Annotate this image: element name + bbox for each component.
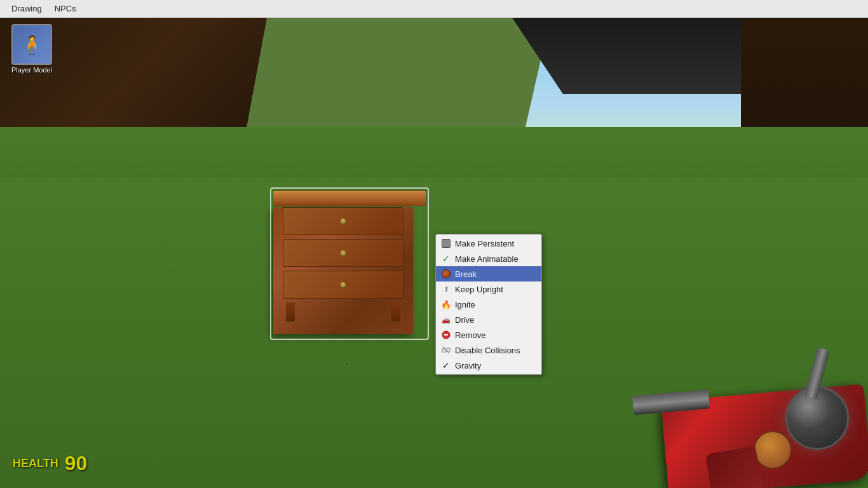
ctx-label-make-persistent: Make Persistent: [455, 239, 514, 248]
ctx-item-disable-collisions[interactable]: Disable Collisions: [436, 342, 541, 358]
ctx-item-make-animatable[interactable]: ✓ Make Animatable: [436, 251, 541, 266]
ctx-item-remove[interactable]: Remove: [436, 327, 541, 342]
drive-icon: 🚗: [441, 315, 451, 325]
player-model-icon[interactable]: 🧍: [11, 24, 52, 65]
persistent-icon: [441, 238, 451, 248]
ctx-item-gravity[interactable]: ✓ Gravity: [436, 358, 541, 373]
dresser-leg-left: [286, 302, 295, 322]
ctx-label-drive: Drive: [455, 315, 474, 325]
dresser-drawer-2: [283, 239, 403, 267]
menu-bar: Drawing NPCs: [0, 0, 868, 18]
upright-icon: ⬆: [441, 284, 451, 294]
drawer-knob-2: [340, 250, 346, 256]
ctx-label-keep-upright: Keep Upright: [455, 285, 503, 294]
gun-detail: [754, 431, 792, 469]
ctx-label-disable-collisions: Disable Collisions: [455, 346, 520, 355]
menu-item-npcs[interactable]: NPCs: [48, 1, 83, 16]
ctx-item-break[interactable]: Break: [436, 266, 541, 281]
player-model-widget[interactable]: 🧍 Player Model: [6, 24, 57, 74]
menu-item-drawing[interactable]: Drawing: [5, 1, 48, 16]
dresser-object: [273, 191, 426, 337]
ctx-label-make-animatable: Make Animatable: [455, 254, 519, 264]
animatable-icon: ✓: [441, 254, 451, 264]
break-icon: [441, 269, 451, 279]
ctx-label-ignite: Ignite: [455, 300, 475, 309]
drawer-knob-1: [340, 218, 346, 224]
dresser-drawer-3: [283, 271, 403, 299]
dresser-drawer-1: [283, 207, 403, 235]
dresser-top: [273, 191, 426, 206]
hud-health: HEALTH 90: [13, 452, 87, 475]
gravity-icon: ✓: [441, 360, 451, 370]
player-model-label: Player Model: [6, 66, 57, 74]
health-value: 90: [65, 452, 88, 475]
ctx-label-remove: Remove: [455, 330, 485, 340]
ctx-item-drive[interactable]: 🚗 Drive: [436, 312, 541, 327]
ctx-item-ignite[interactable]: 🔥 Ignite: [436, 297, 541, 312]
weapon-display: [550, 310, 868, 488]
nocollide-icon: [441, 345, 451, 355]
ctx-label-break: Break: [455, 269, 477, 279]
ctx-label-gravity: Gravity: [455, 361, 481, 370]
remove-icon: [441, 330, 451, 340]
health-label: HEALTH: [13, 457, 58, 470]
ctx-item-make-persistent[interactable]: Make Persistent: [436, 236, 541, 251]
ignite-icon: 🔥: [441, 299, 451, 309]
player-figure-icon: 🧍: [21, 34, 43, 55]
dresser-leg-right: [391, 302, 400, 322]
context-menu: Make Persistent ✓ Make Animatable Break …: [435, 234, 542, 375]
dresser-body: [273, 207, 413, 334]
dresser-legs: [273, 302, 413, 322]
ctx-item-keep-upright[interactable]: ⬆ Keep Upright: [436, 281, 541, 297]
weapon-body: [595, 336, 868, 488]
drawer-knob-3: [340, 281, 346, 288]
